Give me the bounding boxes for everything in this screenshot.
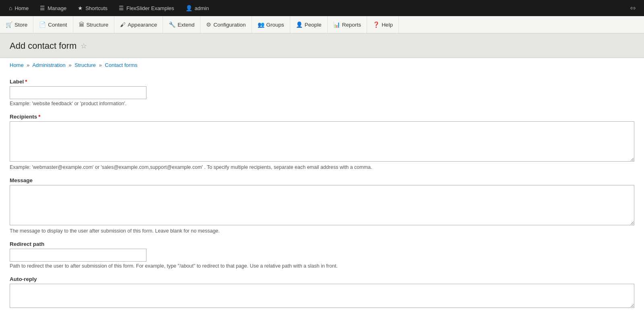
nav-people[interactable]: 👤 People	[290, 16, 328, 33]
redirect-field-label: Redirect path	[10, 241, 634, 247]
nav-configuration[interactable]: ⚙ Configuration	[200, 16, 252, 33]
nav-groups-label: Groups	[266, 22, 284, 28]
admin-bar-home-label: Home	[14, 5, 29, 11]
nav-extend[interactable]: 🔧 Extend	[163, 16, 200, 33]
content-icon: 📄	[39, 21, 46, 28]
admin-bar-flexslider[interactable]: ☰ FlexSlider Examples	[114, 0, 179, 16]
label-required-star: *	[25, 79, 27, 85]
nav-configuration-label: Configuration	[213, 22, 246, 28]
star-icon: ★	[78, 5, 83, 11]
message-hint: The message to display to the user after…	[10, 228, 634, 234]
nav-content[interactable]: 📄 Content	[33, 16, 73, 33]
extend-icon: 🔧	[169, 21, 175, 28]
menu-icon: ☰	[40, 5, 45, 11]
bookmark-icon[interactable]: ☆	[80, 42, 87, 50]
nav-structure[interactable]: 🏛 Structure	[73, 16, 115, 33]
admin-bar-flexslider-label: FlexSlider Examples	[126, 5, 174, 11]
structure-icon: 🏛	[79, 21, 85, 28]
home-icon: ⌂	[9, 5, 12, 11]
nav-reports-label: Reports	[342, 22, 361, 28]
recipients-field-label: Recipients*	[10, 114, 634, 120]
user-icon: 👤	[186, 5, 192, 11]
page-title: Add contact form ☆	[10, 41, 634, 51]
label-hint: Example: 'website feedback' or 'product …	[10, 101, 634, 106]
groups-icon: 👥	[258, 21, 264, 28]
label-input[interactable]	[10, 86, 147, 99]
admin-bar-home[interactable]: ⌂ Home	[4, 0, 33, 16]
recipients-required-star: *	[38, 114, 40, 120]
label-field-label: Label*	[10, 79, 634, 85]
nav-content-label: Content	[48, 22, 67, 28]
admin-bar-shortcuts-label: Shortcuts	[85, 5, 107, 11]
appearance-icon: 🖌	[120, 21, 126, 28]
admin-bar: ⌂ Home ☰ Manage ★ Shortcuts ☰ FlexSlider…	[0, 0, 644, 16]
label-form-group: Label* Example: 'website feedback' or 'p…	[10, 79, 634, 106]
breadcrumb-sep-1: »	[27, 62, 29, 68]
admin-bar-shortcuts[interactable]: ★ Shortcuts	[73, 0, 112, 16]
nav-groups[interactable]: 👥 Groups	[252, 16, 290, 33]
nav-people-label: People	[305, 22, 322, 28]
auto-reply-textarea[interactable]	[10, 284, 634, 308]
nav-appearance[interactable]: 🖌 Appearance	[114, 16, 163, 33]
people-icon: 👤	[296, 21, 303, 28]
store-icon: 🛒	[6, 21, 12, 28]
admin-bar-user[interactable]: 👤 admin	[181, 0, 214, 16]
nav-help-label: Help	[382, 22, 393, 28]
recipients-textarea[interactable]	[10, 121, 634, 162]
page-header: Add contact form ☆	[0, 33, 644, 58]
breadcrumb-contact-forms[interactable]: Contact forms	[105, 62, 138, 68]
recipients-form-group: Recipients* Example: 'webmaster@example.…	[10, 114, 634, 170]
sidebar-toggle-icon[interactable]: ⇔	[630, 4, 636, 12]
admin-bar-right: ⇔	[626, 4, 640, 12]
nav-structure-label: Structure	[87, 22, 109, 28]
breadcrumb-structure[interactable]: Structure	[74, 62, 96, 68]
help-icon: ❓	[373, 21, 380, 28]
nav-store[interactable]: 🛒 Store	[0, 16, 33, 33]
breadcrumb-sep-2: »	[68, 62, 71, 68]
redirect-form-group: Redirect path Path to redirect the user …	[10, 241, 634, 269]
nav-appearance-label: Appearance	[128, 22, 157, 28]
flexslider-icon: ☰	[119, 5, 124, 11]
message-form-group: Message The message to display to the us…	[10, 177, 634, 234]
redirect-hint: Path to redirect the user to after submi…	[10, 263, 634, 269]
nav-help[interactable]: ❓ Help	[367, 16, 399, 33]
auto-reply-form-group: Auto-reply	[10, 276, 634, 309]
redirect-input[interactable]	[10, 249, 147, 262]
admin-bar-manage-label: Manage	[47, 5, 66, 11]
breadcrumb-administration[interactable]: Administration	[32, 62, 65, 68]
nav-store-label: Store	[14, 22, 27, 28]
breadcrumb-home[interactable]: Home	[10, 62, 24, 68]
main-nav: 🛒 Store 📄 Content 🏛 Structure 🖌 Appearan…	[0, 16, 644, 33]
recipients-hint: Example: 'webmaster@example.com' or 'sal…	[10, 164, 634, 170]
auto-reply-field-label: Auto-reply	[10, 276, 634, 282]
message-textarea[interactable]	[10, 185, 634, 225]
nav-reports[interactable]: 📊 Reports	[328, 16, 367, 33]
admin-bar-manage[interactable]: ☰ Manage	[35, 0, 71, 16]
message-field-label: Message	[10, 177, 634, 183]
form-area: Label* Example: 'website feedback' or 'p…	[0, 72, 644, 318]
breadcrumb-sep-3: »	[99, 62, 102, 68]
reports-icon: 📊	[333, 21, 340, 28]
nav-extend-label: Extend	[178, 22, 194, 28]
admin-bar-user-label: admin	[195, 5, 209, 11]
breadcrumb: Home » Administration » Structure » Cont…	[0, 58, 644, 72]
configuration-icon: ⚙	[206, 21, 211, 28]
